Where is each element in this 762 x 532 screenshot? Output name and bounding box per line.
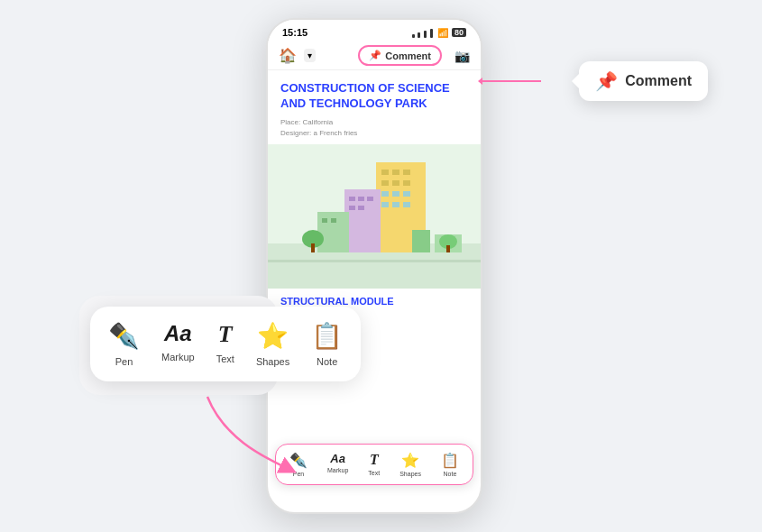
pen-icon: ✒️: [108, 321, 140, 351]
svg-rect-11: [403, 191, 410, 197]
svg-marker-32: [478, 78, 482, 85]
svg-rect-7: [392, 180, 399, 186]
svg-rect-19: [349, 206, 355, 210]
building-svg: [268, 144, 481, 289]
svg-rect-14: [403, 202, 410, 207]
svg-rect-3: [381, 170, 389, 175]
phone-nav-toolbar: 🏠 ▾ 📌 Comment 📷: [268, 41, 481, 70]
meta-place: Place: California: [280, 117, 468, 128]
phone-status-bar: 15:15 📶 80: [268, 20, 481, 41]
document-header: CONSTRUCTION OF SCIENCE AND TECHNOLOGY P…: [268, 70, 481, 144]
toolbar-shapes-label: Shapes: [256, 356, 289, 367]
svg-rect-13: [392, 202, 399, 207]
dropdown-button[interactable]: ▾: [304, 49, 316, 62]
battery-icon: 80: [452, 28, 466, 37]
svg-rect-18: [367, 197, 373, 201]
toolbar-pen-item[interactable]: ✒️ Pen: [108, 321, 140, 367]
svg-rect-22: [322, 218, 327, 223]
svg-rect-29: [446, 245, 450, 252]
toolbar-markup-item[interactable]: Aa Markup: [161, 321, 195, 367]
document-meta: Place: California Designer: a French fri…: [280, 117, 468, 139]
floating-annotation-toolbar: ✒️ Pen Aa Markup T Text ⭐ Shapes 📋 Note: [90, 307, 361, 381]
svg-rect-23: [331, 218, 336, 223]
curved-arrow-annotation: [198, 388, 307, 478]
building-illustration: [268, 144, 481, 289]
svg-rect-21: [317, 212, 349, 252]
tooltip-pin-icon: 📌: [595, 70, 618, 92]
svg-rect-8: [403, 180, 410, 186]
toolbar-shapes-item[interactable]: ⭐ Shapes: [256, 321, 289, 367]
svg-rect-20: [358, 206, 364, 210]
comment-pin-icon: 📌: [369, 50, 381, 61]
svg-rect-5: [403, 170, 410, 175]
comment-button-label: Comment: [385, 50, 431, 61]
svg-rect-4: [392, 170, 399, 175]
toolbar-note-label: Note: [317, 356, 337, 367]
svg-rect-27: [311, 243, 315, 252]
comment-tooltip: 📌 Comment: [579, 61, 708, 101]
svg-rect-12: [381, 202, 389, 207]
svg-rect-6: [381, 180, 389, 186]
status-time: 15:15: [282, 27, 308, 38]
home-icon[interactable]: 🏠: [279, 47, 297, 64]
status-icons: 📶 80: [412, 28, 466, 38]
title-line-2: AND TECHNOLOGY PARK: [280, 96, 468, 112]
document-content: CONSTRUCTION OF SCIENCE AND TECHNOLOGY P…: [268, 70, 481, 330]
svg-rect-9: [381, 191, 389, 197]
camera-toolbar-icon[interactable]: 📷: [454, 49, 470, 63]
text-icon: T: [218, 321, 233, 348]
svg-rect-24: [412, 230, 430, 252]
dropdown-symbol: ▾: [308, 50, 312, 60]
shapes-icon: ⭐: [257, 321, 289, 351]
markup-icon: Aa: [164, 321, 192, 346]
tooltip-arrow-annotation: [478, 68, 550, 95]
svg-rect-10: [392, 191, 399, 197]
wifi-icon: 📶: [437, 28, 448, 38]
signal-icon: [412, 28, 434, 38]
svg-rect-17: [358, 197, 364, 201]
meta-designer: Designer: a French fries: [280, 128, 468, 139]
toolbar-pen-label: Pen: [115, 356, 133, 367]
comment-button-phone[interactable]: 📌 Comment: [358, 45, 442, 66]
note-icon: 📋: [311, 321, 343, 351]
document-title: CONSTRUCTION OF SCIENCE AND TECHNOLOGY P…: [280, 81, 468, 112]
toolbar-markup-label: Markup: [161, 352, 195, 362]
toolbar-text-label: Text: [216, 353, 234, 364]
toolbar-text-item[interactable]: T Text: [216, 321, 234, 367]
toolbar-note-item[interactable]: 📋 Note: [311, 321, 343, 367]
title-line-1: CONSTRUCTION OF SCIENCE: [280, 81, 468, 96]
tooltip-comment-label: Comment: [625, 73, 692, 89]
svg-rect-30: [268, 260, 481, 262]
svg-rect-16: [349, 197, 355, 201]
